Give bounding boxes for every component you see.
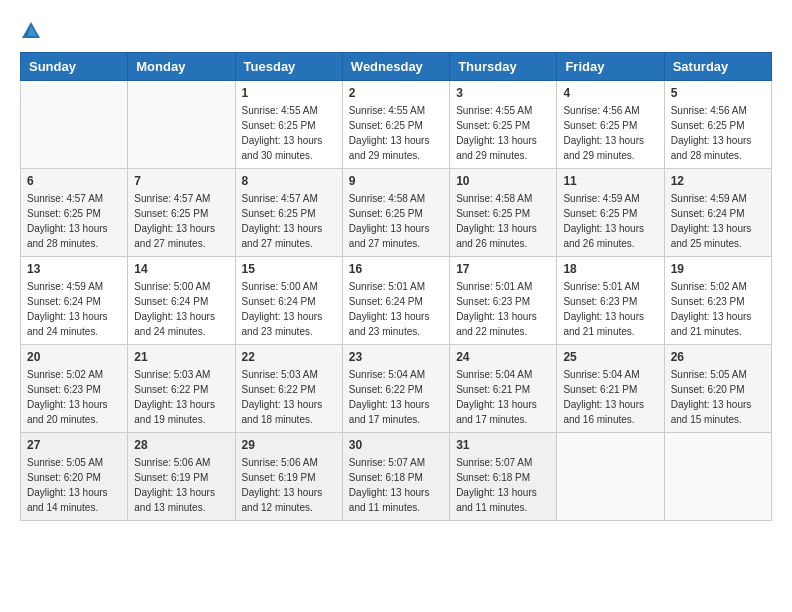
sunrise-text: Sunrise: 5:01 AM xyxy=(349,279,443,294)
calendar-cell: 20Sunrise: 5:02 AMSunset: 6:23 PMDayligh… xyxy=(21,345,128,433)
sunset-text: Sunset: 6:22 PM xyxy=(349,382,443,397)
sunrise-text: Sunrise: 4:55 AM xyxy=(456,103,550,118)
day-number: 15 xyxy=(242,262,336,276)
day-detail: Sunrise: 5:01 AMSunset: 6:24 PMDaylight:… xyxy=(349,279,443,339)
calendar-cell: 27Sunrise: 5:05 AMSunset: 6:20 PMDayligh… xyxy=(21,433,128,521)
sunrise-text: Sunrise: 4:56 AM xyxy=(563,103,657,118)
sunrise-text: Sunrise: 4:57 AM xyxy=(27,191,121,206)
day-detail: Sunrise: 5:07 AMSunset: 6:18 PMDaylight:… xyxy=(349,455,443,515)
daylight-text: Daylight: 13 hours and 27 minutes. xyxy=(242,221,336,251)
day-number: 22 xyxy=(242,350,336,364)
calendar-week-row: 1Sunrise: 4:55 AMSunset: 6:25 PMDaylight… xyxy=(21,81,772,169)
sunset-text: Sunset: 6:24 PM xyxy=(349,294,443,309)
daylight-text: Daylight: 13 hours and 16 minutes. xyxy=(563,397,657,427)
weekday-header: Saturday xyxy=(664,53,771,81)
daylight-text: Daylight: 13 hours and 11 minutes. xyxy=(349,485,443,515)
calendar-cell: 23Sunrise: 5:04 AMSunset: 6:22 PMDayligh… xyxy=(342,345,449,433)
day-number: 1 xyxy=(242,86,336,100)
sunrise-text: Sunrise: 4:57 AM xyxy=(134,191,228,206)
sunrise-text: Sunrise: 5:06 AM xyxy=(242,455,336,470)
day-detail: Sunrise: 5:01 AMSunset: 6:23 PMDaylight:… xyxy=(563,279,657,339)
daylight-text: Daylight: 13 hours and 21 minutes. xyxy=(563,309,657,339)
calendar-cell: 4Sunrise: 4:56 AMSunset: 6:25 PMDaylight… xyxy=(557,81,664,169)
weekday-header: Sunday xyxy=(21,53,128,81)
day-detail: Sunrise: 4:57 AMSunset: 6:25 PMDaylight:… xyxy=(134,191,228,251)
day-detail: Sunrise: 4:58 AMSunset: 6:25 PMDaylight:… xyxy=(456,191,550,251)
calendar-cell: 1Sunrise: 4:55 AMSunset: 6:25 PMDaylight… xyxy=(235,81,342,169)
daylight-text: Daylight: 13 hours and 18 minutes. xyxy=(242,397,336,427)
calendar-cell: 31Sunrise: 5:07 AMSunset: 6:18 PMDayligh… xyxy=(450,433,557,521)
sunset-text: Sunset: 6:20 PM xyxy=(671,382,765,397)
sunrise-text: Sunrise: 5:07 AM xyxy=(456,455,550,470)
header xyxy=(20,20,772,42)
day-number: 4 xyxy=(563,86,657,100)
sunrise-text: Sunrise: 4:59 AM xyxy=(671,191,765,206)
calendar-cell: 28Sunrise: 5:06 AMSunset: 6:19 PMDayligh… xyxy=(128,433,235,521)
sunset-text: Sunset: 6:25 PM xyxy=(349,206,443,221)
sunrise-text: Sunrise: 5:01 AM xyxy=(456,279,550,294)
day-detail: Sunrise: 4:58 AMSunset: 6:25 PMDaylight:… xyxy=(349,191,443,251)
sunrise-text: Sunrise: 5:06 AM xyxy=(134,455,228,470)
day-number: 23 xyxy=(349,350,443,364)
calendar-cell xyxy=(664,433,771,521)
sunset-text: Sunset: 6:21 PM xyxy=(563,382,657,397)
daylight-text: Daylight: 13 hours and 23 minutes. xyxy=(242,309,336,339)
day-number: 3 xyxy=(456,86,550,100)
sunset-text: Sunset: 6:22 PM xyxy=(134,382,228,397)
sunrise-text: Sunrise: 5:04 AM xyxy=(349,367,443,382)
day-detail: Sunrise: 5:00 AMSunset: 6:24 PMDaylight:… xyxy=(242,279,336,339)
sunset-text: Sunset: 6:22 PM xyxy=(242,382,336,397)
day-number: 8 xyxy=(242,174,336,188)
day-detail: Sunrise: 5:05 AMSunset: 6:20 PMDaylight:… xyxy=(671,367,765,427)
calendar-cell: 3Sunrise: 4:55 AMSunset: 6:25 PMDaylight… xyxy=(450,81,557,169)
calendar-week-row: 20Sunrise: 5:02 AMSunset: 6:23 PMDayligh… xyxy=(21,345,772,433)
calendar-cell: 9Sunrise: 4:58 AMSunset: 6:25 PMDaylight… xyxy=(342,169,449,257)
sunset-text: Sunset: 6:19 PM xyxy=(134,470,228,485)
day-number: 28 xyxy=(134,438,228,452)
day-detail: Sunrise: 4:59 AMSunset: 6:24 PMDaylight:… xyxy=(671,191,765,251)
daylight-text: Daylight: 13 hours and 28 minutes. xyxy=(671,133,765,163)
sunrise-text: Sunrise: 4:59 AM xyxy=(563,191,657,206)
daylight-text: Daylight: 13 hours and 25 minutes. xyxy=(671,221,765,251)
sunrise-text: Sunrise: 5:01 AM xyxy=(563,279,657,294)
sunset-text: Sunset: 6:23 PM xyxy=(27,382,121,397)
day-number: 18 xyxy=(563,262,657,276)
day-detail: Sunrise: 5:03 AMSunset: 6:22 PMDaylight:… xyxy=(134,367,228,427)
sunset-text: Sunset: 6:20 PM xyxy=(27,470,121,485)
day-number: 20 xyxy=(27,350,121,364)
day-detail: Sunrise: 5:04 AMSunset: 6:21 PMDaylight:… xyxy=(563,367,657,427)
day-number: 30 xyxy=(349,438,443,452)
calendar-cell: 25Sunrise: 5:04 AMSunset: 6:21 PMDayligh… xyxy=(557,345,664,433)
calendar-cell: 7Sunrise: 4:57 AMSunset: 6:25 PMDaylight… xyxy=(128,169,235,257)
sunrise-text: Sunrise: 4:58 AM xyxy=(349,191,443,206)
daylight-text: Daylight: 13 hours and 14 minutes. xyxy=(27,485,121,515)
sunset-text: Sunset: 6:25 PM xyxy=(242,118,336,133)
header-row: SundayMondayTuesdayWednesdayThursdayFrid… xyxy=(21,53,772,81)
day-number: 25 xyxy=(563,350,657,364)
sunset-text: Sunset: 6:25 PM xyxy=(349,118,443,133)
day-number: 27 xyxy=(27,438,121,452)
sunset-text: Sunset: 6:25 PM xyxy=(456,118,550,133)
daylight-text: Daylight: 13 hours and 22 minutes. xyxy=(456,309,550,339)
sunrise-text: Sunrise: 5:07 AM xyxy=(349,455,443,470)
daylight-text: Daylight: 13 hours and 17 minutes. xyxy=(349,397,443,427)
day-detail: Sunrise: 4:55 AMSunset: 6:25 PMDaylight:… xyxy=(456,103,550,163)
calendar-cell: 13Sunrise: 4:59 AMSunset: 6:24 PMDayligh… xyxy=(21,257,128,345)
sunset-text: Sunset: 6:25 PM xyxy=(242,206,336,221)
day-detail: Sunrise: 4:56 AMSunset: 6:25 PMDaylight:… xyxy=(563,103,657,163)
calendar-cell: 10Sunrise: 4:58 AMSunset: 6:25 PMDayligh… xyxy=(450,169,557,257)
day-number: 11 xyxy=(563,174,657,188)
sunrise-text: Sunrise: 4:56 AM xyxy=(671,103,765,118)
sunset-text: Sunset: 6:24 PM xyxy=(27,294,121,309)
day-number: 29 xyxy=(242,438,336,452)
sunset-text: Sunset: 6:18 PM xyxy=(349,470,443,485)
day-number: 5 xyxy=(671,86,765,100)
day-detail: Sunrise: 4:57 AMSunset: 6:25 PMDaylight:… xyxy=(242,191,336,251)
sunrise-text: Sunrise: 4:55 AM xyxy=(349,103,443,118)
sunset-text: Sunset: 6:25 PM xyxy=(456,206,550,221)
day-number: 14 xyxy=(134,262,228,276)
daylight-text: Daylight: 13 hours and 11 minutes. xyxy=(456,485,550,515)
day-detail: Sunrise: 4:57 AMSunset: 6:25 PMDaylight:… xyxy=(27,191,121,251)
sunset-text: Sunset: 6:25 PM xyxy=(671,118,765,133)
daylight-text: Daylight: 13 hours and 27 minutes. xyxy=(349,221,443,251)
